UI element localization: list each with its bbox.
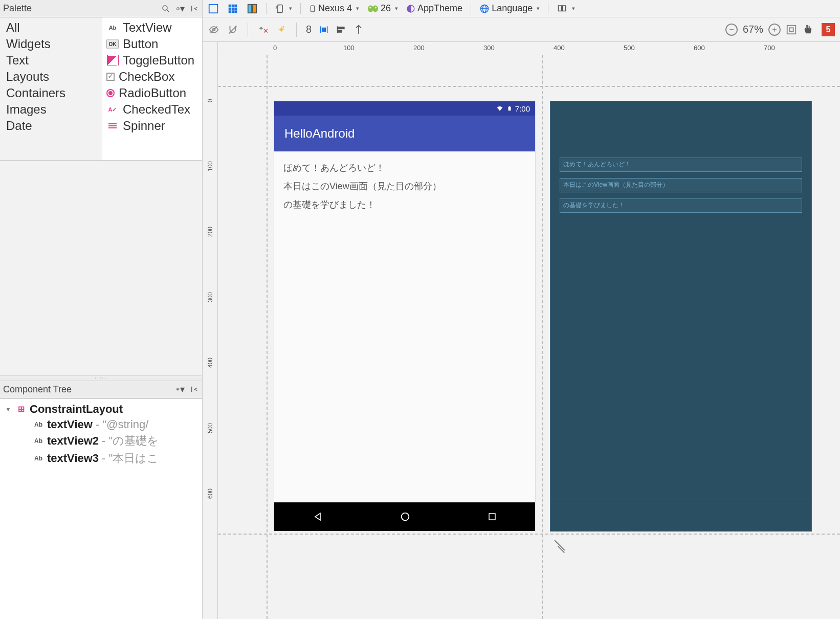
svg-rect-36 <box>338 27 344 29</box>
svg-point-18 <box>375 7 377 8</box>
variants-icon[interactable] <box>555 3 577 14</box>
blueprint-surface-icon[interactable] <box>225 2 240 15</box>
nav-bar <box>274 502 535 531</box>
design-canvas[interactable]: 7:00 HelloAndroid ほめて！あんどろいど！ 本日はこのView画… <box>218 55 840 619</box>
vertical-ruler: 0 100 200 300 400 500 600 <box>203 42 218 619</box>
palette-item-spinner[interactable]: Spinner <box>102 118 202 134</box>
eye-icon[interactable] <box>208 25 220 35</box>
tree-item-textview3[interactable]: Ab textView3 - "本日はこ <box>2 450 200 467</box>
svg-rect-41 <box>508 107 511 111</box>
gear-icon[interactable]: ▾ <box>175 4 185 13</box>
wifi-icon <box>496 105 504 112</box>
split-surface-icon[interactable] <box>245 2 260 15</box>
zoom-out-icon[interactable]: − <box>725 24 738 36</box>
api-dropdown[interactable]: 26 <box>365 2 400 15</box>
infer-constraints-icon[interactable]: ✦✦ <box>276 24 287 35</box>
palette-cat-text[interactable]: Text <box>0 52 102 69</box>
design-toolbar: Nexus 4 26 AppTheme Language <box>203 0 840 17</box>
error-badge[interactable]: 5 <box>822 23 835 36</box>
palette-item-textview[interactable]: AbTextView <box>102 19 202 36</box>
textview-icon: Ab <box>33 421 44 428</box>
palette-cat-date[interactable]: Date <box>0 118 102 134</box>
button-icon: OK <box>106 39 119 49</box>
svg-rect-13 <box>277 5 282 12</box>
preview-textview2[interactable]: 本日はこのView画面（見た目の部分） <box>283 177 526 195</box>
svg-rect-23 <box>559 6 562 11</box>
app-bar: HelloAndroid <box>274 116 535 151</box>
svg-rect-34 <box>322 28 326 31</box>
textview-icon: Ab <box>33 455 44 462</box>
palette-item-checkedtext[interactable]: A✓CheckedTex <box>102 101 202 118</box>
component-tree: ▼ ⊞ ConstraintLayout Ab textView - "@str… <box>0 399 202 620</box>
palette-header: Palette ▾ <box>0 0 202 17</box>
svg-rect-40 <box>789 28 793 31</box>
blueprint-textview1[interactable]: ほめて！あんどろいど！ <box>560 158 802 172</box>
palette-cat-containers[interactable]: Containers <box>0 85 102 101</box>
svg-rect-39 <box>787 25 796 34</box>
device-content[interactable]: ほめて！あんどろいど！ 本日はこのView画面（見た目の部分） の基礎を学びまし… <box>274 151 535 502</box>
splitter-handle[interactable]: ///// <box>0 376 202 381</box>
guidelines-icon[interactable] <box>353 25 364 35</box>
svg-point-0 <box>163 6 167 10</box>
clear-constraints-icon[interactable]: ✦✕ <box>257 24 269 35</box>
svg-point-16 <box>372 5 378 12</box>
toggle-icon <box>106 55 119 65</box>
svg-rect-11 <box>248 4 252 13</box>
constraintlayout-icon: ⊞ <box>15 404 27 414</box>
status-time: 7:00 <box>515 104 530 113</box>
home-icon <box>400 511 411 522</box>
default-margin[interactable]: 8 <box>306 24 312 35</box>
spinner-icon <box>106 121 119 131</box>
preview-textview3[interactable]: の基礎を学びました！ <box>283 195 526 214</box>
palette-item-button[interactable]: OKButton <box>102 36 202 52</box>
magnet-icon[interactable] <box>227 24 238 35</box>
gear-icon[interactable]: ▾ <box>175 385 185 394</box>
pan-icon[interactable] <box>802 24 813 35</box>
palette-cat-layouts[interactable]: Layouts <box>0 69 102 85</box>
tree-root[interactable]: ▼ ⊞ ConstraintLayout <box>2 402 200 417</box>
pack-icon[interactable] <box>319 25 329 35</box>
status-bar: 7:00 <box>274 101 535 116</box>
blueprint-preview[interactable]: ほめて！あんどろいど！ 本日はこのView画面（見た目の部分） の基礎を学びまし… <box>550 101 811 531</box>
zoom-fit-icon[interactable] <box>786 24 797 35</box>
palette-cat-images[interactable]: Images <box>0 101 102 118</box>
battery-icon <box>507 105 512 112</box>
blueprint-textview2[interactable]: 本日はこのView画面（見た目の部分） <box>560 178 802 192</box>
component-tree-title: Component Tree <box>3 384 175 395</box>
svg-rect-24 <box>563 6 566 11</box>
palette-title: Palette <box>3 3 161 14</box>
zoom-in-icon[interactable]: + <box>768 24 781 36</box>
hide-icon[interactable] <box>190 385 199 394</box>
palette-item-checkbox[interactable]: CheckBox <box>102 69 202 85</box>
app-title: HelloAndroid <box>284 126 355 141</box>
blueprint-textview3[interactable]: の基礎を学びました！ <box>560 198 802 213</box>
back-icon <box>313 512 323 522</box>
component-tree-header: Component Tree ▾ <box>0 381 202 399</box>
device-preview[interactable]: 7:00 HelloAndroid ほめて！あんどろいど！ 本日はこのView画… <box>274 101 535 531</box>
palette-item-togglebutton[interactable]: ToggleButton <box>102 52 202 69</box>
svg-rect-12 <box>253 4 256 13</box>
recents-icon <box>488 512 497 521</box>
search-icon[interactable] <box>161 4 170 13</box>
svg-rect-37 <box>338 30 342 32</box>
theme-dropdown[interactable]: AppTheme <box>404 2 465 15</box>
resize-handle[interactable] <box>550 539 571 559</box>
svg-point-44 <box>402 513 409 521</box>
radio-icon <box>106 89 115 97</box>
svg-rect-45 <box>489 514 495 520</box>
design-surface-icon[interactable] <box>206 2 221 15</box>
textview-icon: Ab <box>33 437 44 445</box>
orientation-dropdown[interactable] <box>273 3 294 15</box>
language-dropdown[interactable]: Language <box>477 2 542 15</box>
palette-cat-widgets[interactable]: Widgets <box>0 36 102 52</box>
tree-item-textview[interactable]: Ab textView - "@string/ <box>2 417 200 432</box>
textview-icon: Ab <box>106 23 119 33</box>
expand-icon[interactable]: ▼ <box>5 406 12 413</box>
tree-item-textview2[interactable]: Ab textView2 - "の基礎を <box>2 432 200 450</box>
device-dropdown[interactable]: Nexus 4 <box>307 2 361 15</box>
align-icon[interactable] <box>336 25 346 35</box>
palette-item-radiobutton[interactable]: RadioButton <box>102 85 202 101</box>
hide-icon[interactable] <box>190 4 199 13</box>
preview-textview1[interactable]: ほめて！あんどろいど！ <box>283 159 526 177</box>
palette-cat-all[interactable]: All <box>0 19 102 36</box>
